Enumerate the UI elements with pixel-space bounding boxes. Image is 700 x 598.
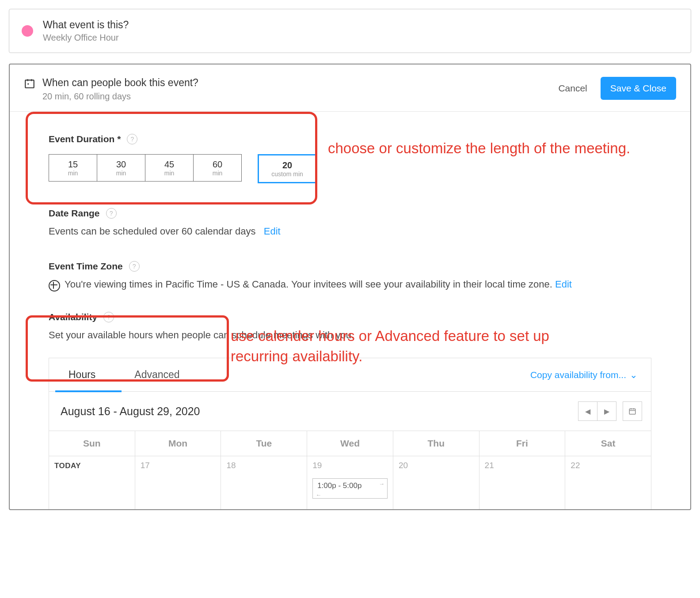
- date-range-text: Events can be scheduled over 60 calendar…: [49, 226, 255, 237]
- event-when-subtitle: 20 min, 60 rolling days: [42, 91, 198, 102]
- duration-label: Event Duration *: [49, 134, 121, 144]
- day-header: Wed: [307, 431, 393, 456]
- day-header: Sat: [565, 431, 651, 456]
- help-icon[interactable]: ?: [103, 312, 114, 322]
- chevron-down-icon: ⌄: [630, 370, 638, 380]
- timezone-edit-link[interactable]: Edit: [555, 279, 572, 290]
- annotation-text-tabs: use calender hours or Advanced feature t…: [231, 326, 575, 367]
- calendar-cell[interactable]: 20: [393, 456, 479, 509]
- day-header: Mon: [135, 431, 221, 456]
- help-icon[interactable]: ?: [127, 134, 137, 144]
- svg-point-1: [27, 83, 29, 84]
- calendar-cell[interactable]: 22: [565, 456, 651, 509]
- calendar-header-row: Sun Mon Tue Wed Thu Fri Sat: [49, 431, 651, 456]
- event-when-card: When can people book this event? 20 min,…: [9, 64, 691, 510]
- date-range-section: Date Range ? Events can be scheduled ove…: [36, 208, 664, 237]
- help-icon[interactable]: ?: [129, 261, 140, 272]
- annotation-text-duration: choose or customize the length of the me…: [328, 138, 646, 159]
- timezone-text: You're viewing times in Pacific Time - U…: [65, 279, 552, 290]
- cancel-button[interactable]: Cancel: [558, 83, 587, 94]
- svg-rect-0: [25, 80, 34, 87]
- availability-label: Availability: [49, 312, 97, 322]
- event-what-subtitle: Weekly Office Hour: [43, 33, 129, 43]
- duration-option-custom[interactable]: 20 custom min: [258, 154, 317, 183]
- open-calendar-button[interactable]: [623, 401, 642, 421]
- duration-option-60[interactable]: 60 min: [194, 154, 242, 182]
- availability-slot[interactable]: 1:00p - 5:00p → ←: [312, 478, 388, 499]
- duration-option-30[interactable]: 30 min: [97, 154, 145, 182]
- tab-advanced[interactable]: Advanced: [115, 358, 199, 391]
- arrow-right-icon: →: [379, 481, 384, 487]
- event-what-card[interactable]: What event is this? Weekly Office Hour: [9, 9, 691, 53]
- svg-rect-2: [629, 409, 635, 414]
- arrow-left-icon: ←: [316, 492, 321, 498]
- globe-icon: [49, 280, 60, 291]
- timezone-section: Event Time Zone ? You're viewing times i…: [36, 261, 664, 291]
- calendar-cell[interactable]: 19 1:00p - 5:00p → ←: [307, 456, 393, 509]
- tab-hours[interactable]: Hours: [49, 358, 115, 391]
- day-header: Tue: [221, 431, 307, 456]
- tab-active-indicator: [55, 390, 122, 392]
- save-close-button[interactable]: Save & Close: [601, 77, 676, 100]
- event-color-dot: [22, 25, 33, 37]
- calendar-cell[interactable]: TODAY: [49, 456, 135, 509]
- event-what-title: What event is this?: [43, 19, 129, 31]
- duration-option-45[interactable]: 45 min: [145, 154, 194, 182]
- calendar-cell[interactable]: 21: [479, 456, 566, 509]
- day-header: Thu: [393, 431, 479, 456]
- calendar-cell[interactable]: 18: [221, 456, 307, 509]
- date-range-label: Date Range: [49, 208, 100, 219]
- calendar-range-label: August 16 - August 29, 2020: [61, 405, 200, 418]
- day-header: Fri: [479, 431, 566, 456]
- prev-week-button[interactable]: ◀: [578, 401, 597, 421]
- calendar-cell[interactable]: 17: [135, 456, 221, 509]
- calendar-body-row: TODAY 17 18 19 1:00p - 5:00p → ←: [49, 456, 651, 509]
- date-range-edit-link[interactable]: Edit: [264, 226, 281, 237]
- day-header: Sun: [49, 431, 135, 456]
- copy-availability-link[interactable]: Copy availability from... ⌄: [530, 370, 651, 380]
- availability-tabs-box: Hours Advanced Copy availability from...…: [49, 358, 651, 509]
- duration-option-15[interactable]: 15 min: [49, 154, 97, 182]
- calendar-icon: [24, 78, 35, 89]
- timezone-label: Event Time Zone: [49, 261, 123, 272]
- next-week-button[interactable]: ▶: [597, 401, 616, 421]
- event-when-title: When can people book this event?: [42, 77, 198, 89]
- help-icon[interactable]: ?: [106, 208, 117, 219]
